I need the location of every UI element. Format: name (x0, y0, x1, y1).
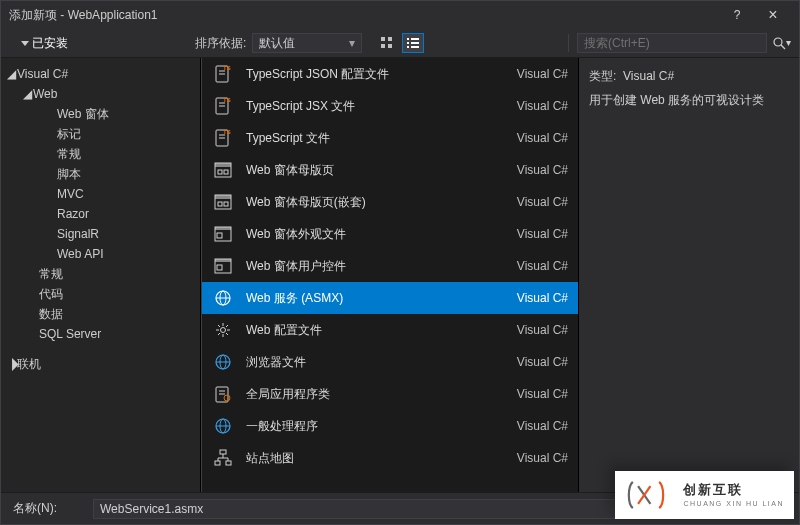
ts-jsx-icon: TS (212, 95, 234, 117)
template-item-name: Web 窗体用户控件 (246, 258, 505, 275)
template-item-lang: Visual C# (517, 291, 568, 305)
template-item-lang: Visual C# (517, 227, 568, 241)
template-item-name: TypeScript 文件 (246, 130, 505, 147)
template-item-lang: Visual C# (517, 419, 568, 433)
tree-node-data[interactable]: 数据 (1, 304, 200, 324)
template-item-name: 一般处理程序 (246, 418, 505, 435)
template-item[interactable]: Web 窗体母版页(嵌套) Visual C# (202, 186, 578, 218)
template-item[interactable]: Web 窗体母版页 Visual C# (202, 154, 578, 186)
template-item-lang: Visual C# (517, 163, 568, 177)
svg-rect-54 (226, 461, 231, 465)
template-item-lang: Visual C# (517, 67, 568, 81)
list-view-button[interactable] (402, 33, 424, 53)
globe2-icon (212, 351, 234, 373)
template-list[interactable]: TS TypeScript JSON 配置文件 Visual C# TS Typ… (201, 58, 579, 492)
template-item[interactable]: 一般处理程序 Visual C# (202, 410, 578, 442)
add-new-item-dialog: 添加新项 - WebApplication1 ? × 已安装 排序依据: 默认值… (0, 0, 800, 525)
template-item-name: Web 窗体母版页(嵌套) (246, 194, 505, 211)
tree-node-visual-csharp[interactable]: ◢Visual C# (1, 64, 200, 84)
list-icon (406, 36, 420, 50)
svg-rect-7 (411, 42, 419, 44)
template-item[interactable]: 浏览器文件 Visual C# (202, 346, 578, 378)
toolbar: 已安装 排序依据: 默认值 ▾ ▾ (1, 29, 799, 57)
tree-node-general2[interactable]: 常规 (1, 264, 200, 284)
svg-rect-53 (215, 461, 220, 465)
tree-node-web[interactable]: ◢Web (1, 84, 200, 104)
ts-icon: TS (212, 127, 234, 149)
template-item-lang: Visual C# (517, 323, 568, 337)
close-button[interactable]: × (755, 5, 791, 25)
tree-node-webapi[interactable]: Web API (1, 244, 200, 264)
search-input-wrap[interactable] (577, 33, 767, 53)
template-item[interactable]: 全局应用程序类 Visual C# (202, 378, 578, 410)
tree-node-mvc[interactable]: MVC (1, 184, 200, 204)
template-item-name: Web 服务 (ASMX) (246, 290, 505, 307)
svg-rect-33 (215, 227, 231, 230)
tree-node-general[interactable]: 常规 (1, 144, 200, 164)
svg-rect-29 (215, 195, 231, 199)
window-title: 添加新项 - WebApplication1 (9, 7, 719, 24)
svg-rect-8 (407, 46, 409, 48)
template-item[interactable]: Web 配置文件 Visual C# (202, 314, 578, 346)
tree-node-online[interactable]: ◢联机 (1, 354, 200, 374)
watermark-subtext: CHUANG XIN HU LIAN (683, 499, 784, 509)
tree-node-web-forms[interactable]: Web 窗体 (1, 104, 200, 124)
template-item[interactable]: 站点地图 Visual C# (202, 442, 578, 474)
template-item[interactable]: Web 窗体外观文件 Visual C# (202, 218, 578, 250)
svg-rect-37 (217, 265, 222, 270)
small-icons-button[interactable] (376, 33, 398, 53)
master-icon (212, 191, 234, 213)
master-icon (212, 159, 234, 181)
template-item[interactable]: TS TypeScript JSON 配置文件 Visual C# (202, 58, 578, 90)
svg-rect-30 (218, 202, 222, 206)
tree-node-markup[interactable]: 标记 (1, 124, 200, 144)
watermark: 创新互联 CHUANG XIN HU LIAN (615, 471, 794, 519)
svg-point-48 (224, 395, 230, 401)
search-area: ▾ (430, 33, 791, 53)
template-item-name: 站点地图 (246, 450, 505, 467)
template-item[interactable]: TS TypeScript 文件 Visual C# (202, 122, 578, 154)
details-description: 用于创建 Web 服务的可视设计类 (589, 90, 789, 110)
sitemap-icon (212, 447, 234, 469)
filename-value: WebService1.asmx (100, 502, 203, 516)
tree-node-code[interactable]: 代码 (1, 284, 200, 304)
template-item-lang: Visual C# (517, 99, 568, 113)
template-item[interactable]: Web 窗体用户控件 Visual C# (202, 250, 578, 282)
search-button[interactable]: ▾ (771, 33, 791, 53)
svg-rect-2 (381, 44, 385, 48)
search-icon (772, 36, 786, 50)
svg-text:TS: TS (223, 97, 231, 103)
installed-label: 已安装 (32, 36, 68, 50)
tree-node-signalr[interactable]: SignalR (1, 224, 200, 244)
template-item-name: Web 配置文件 (246, 322, 505, 339)
sort-by-dropdown[interactable]: 默认值 ▾ (252, 33, 362, 53)
svg-text:TS: TS (223, 65, 231, 71)
template-item[interactable]: Web 服务 (ASMX) Visual C# (202, 282, 578, 314)
view-mode-group (376, 33, 424, 53)
svg-line-11 (781, 45, 785, 49)
svg-rect-1 (388, 37, 392, 41)
svg-rect-52 (220, 450, 226, 454)
titlebar[interactable]: 添加新项 - WebApplication1 ? × (1, 1, 799, 29)
svg-text:TS: TS (223, 129, 231, 135)
dialog-body: ◢Visual C# ◢Web Web 窗体 标记 常规 脚本 MVC Razo… (1, 58, 799, 492)
tree-node-razor[interactable]: Razor (1, 204, 200, 224)
sort-by-label: 排序依据: (195, 35, 246, 52)
template-item[interactable]: TS TypeScript JSX 文件 Visual C# (202, 90, 578, 122)
search-input[interactable] (584, 36, 760, 50)
template-item-lang: Visual C# (517, 451, 568, 465)
expand-icon: ◢ (21, 87, 33, 101)
tree-node-sqlserver[interactable]: SQL Server (1, 324, 200, 344)
svg-point-10 (774, 38, 782, 46)
chevron-down-icon (21, 41, 29, 46)
template-item-lang: Visual C# (517, 355, 568, 369)
svg-rect-34 (217, 233, 222, 238)
template-item-name: TypeScript JSX 文件 (246, 98, 505, 115)
svg-rect-9 (411, 46, 419, 48)
tree-node-scripts[interactable]: 脚本 (1, 164, 200, 184)
sort-by-value: 默认值 (259, 35, 295, 52)
installed-tab[interactable]: 已安装 (9, 35, 189, 52)
help-button[interactable]: ? (719, 5, 755, 25)
grid-icon (380, 36, 394, 50)
name-label: 名称(N): (13, 500, 93, 517)
